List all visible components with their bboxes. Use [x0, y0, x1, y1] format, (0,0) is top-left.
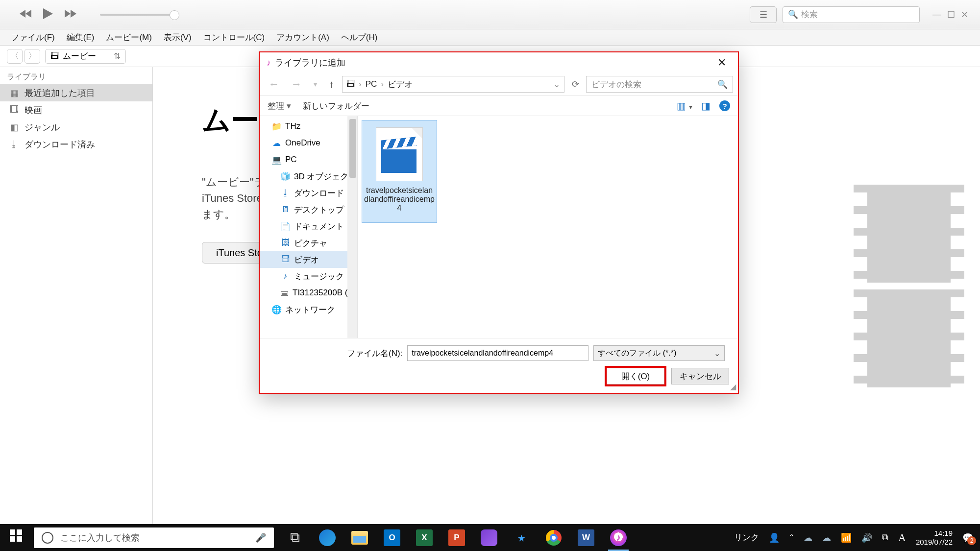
network-icon: 🌐 — [271, 305, 281, 315]
dialog-close-button[interactable]: ✕ — [712, 54, 731, 71]
new-folder-button[interactable]: 新しいフォルダー — [303, 100, 369, 112]
cloud-icon: ☁ — [271, 138, 281, 148]
tree-scrollbar[interactable] — [347, 116, 357, 338]
cancel-button[interactable]: キャンセル — [671, 368, 729, 384]
taskbar-itunes[interactable]: ♪ — [602, 524, 635, 551]
taskbar-vscode[interactable]: ⭑ — [505, 524, 538, 551]
nav-back-button[interactable]: ← — [265, 76, 283, 93]
resize-grip[interactable]: ◢ — [730, 382, 736, 391]
tree-item[interactable]: 📄ドキュメント — [260, 218, 357, 235]
filetype-filter-dropdown[interactable]: すべてのファイル (*.*)⌄ — [593, 345, 725, 361]
tree-item[interactable]: 🖥デスクトップ — [260, 201, 357, 218]
music-icon: ♪ — [280, 271, 290, 281]
tree-item[interactable]: 💻PC — [260, 151, 357, 168]
search-placeholder: 検索 — [801, 9, 818, 20]
taskbar-excel[interactable]: X — [408, 524, 441, 551]
sidebar-item-downloaded[interactable]: ⭳ダウンロード済み — [0, 136, 152, 153]
tree-item[interactable]: 📁THz — [260, 118, 357, 135]
tray-expand-icon[interactable]: ˄ — [789, 532, 794, 543]
task-view-button[interactable]: ⧉ — [279, 524, 311, 551]
nav-forward-button[interactable]: → — [287, 76, 306, 93]
open-button[interactable]: 開く(O) — [607, 368, 664, 384]
taskbar-word[interactable]: W — [570, 524, 602, 551]
wifi-icon[interactable]: 📶 — [841, 532, 852, 543]
taskbar-outlook[interactable]: O — [376, 524, 408, 551]
search-input[interactable]: 🔍 検索 — [783, 6, 920, 23]
tree-item[interactable]: 🌐ネットワーク — [260, 301, 357, 318]
menu-edit[interactable]: 編集(E) — [61, 32, 100, 43]
file-list[interactable]: travelpocketsicelandlandoffireandicemp4 — [358, 116, 738, 338]
taskbar-edge[interactable] — [311, 524, 343, 551]
action-center-button[interactable]: 💬2 — [962, 532, 973, 543]
chevron-updown-icon: ⇅ — [114, 51, 121, 61]
pc-icon: 💻 — [271, 155, 281, 165]
file-item-selected[interactable]: travelpocketsicelandlandoffireandicemp4 — [362, 120, 437, 223]
ime-indicator[interactable]: A — [898, 531, 906, 544]
refresh-button[interactable]: ⟳ — [568, 79, 582, 90]
list-view-button[interactable]: ☰ — [750, 6, 777, 23]
breadcrumb-video[interactable]: ビデオ — [388, 79, 413, 90]
taskbar-explorer[interactable] — [343, 524, 376, 551]
back-button[interactable]: 〈 — [7, 49, 23, 64]
tree-item[interactable]: 🎞ビデオ — [260, 251, 357, 268]
svg-rect-1 — [17, 529, 22, 535]
forward-button[interactable]: 〉 — [24, 49, 40, 64]
tree-item[interactable]: 🧊3D オブジェクト — [260, 168, 357, 185]
category-dropdown[interactable]: 🎞 ムービー ⇅ — [45, 49, 126, 64]
onedrive-tray-icon-2[interactable]: ☁ — [822, 532, 831, 543]
taskbar-chrome[interactable] — [538, 524, 570, 551]
minimize-button[interactable]: — — [932, 9, 941, 20]
menu-view[interactable]: 表示(V) — [158, 32, 197, 43]
pic-icon: 🖼 — [280, 238, 290, 248]
volume-slider[interactable] — [100, 14, 178, 16]
sidebar-item-recent[interactable]: ▦最近追加した項目 — [0, 84, 152, 101]
taskbar-link-label[interactable]: リンク — [734, 532, 759, 543]
tree-item[interactable]: ⭳ダウンロード — [260, 185, 357, 201]
dropbox-tray-icon[interactable]: ⧉ — [882, 532, 888, 543]
close-button[interactable]: ✕ — [961, 9, 968, 20]
menu-account[interactable]: アカウント(A) — [270, 32, 335, 43]
play-button[interactable] — [42, 7, 54, 22]
taskbar-search-placeholder: ここに入力して検索 — [60, 532, 140, 544]
tree-item[interactable]: 🖴TI31235200B (C:) — [260, 285, 357, 301]
filename-input[interactable] — [407, 345, 588, 361]
help-button[interactable]: ? — [719, 100, 730, 111]
taskbar-search-input[interactable]: ここに入力して検索 🎤 — [34, 527, 274, 548]
menu-control[interactable]: コントロール(C) — [197, 32, 271, 43]
address-bar[interactable]: 🎞 › PC › ビデオ ⌄ — [342, 76, 564, 93]
sidebar-item-genre[interactable]: ◧ジャンル — [0, 119, 152, 136]
preview-pane-button[interactable]: ◨ — [701, 100, 710, 112]
nav-up-button[interactable]: ↑ — [325, 76, 338, 93]
menu-movie[interactable]: ムービー(M) — [100, 32, 157, 43]
maximize-button[interactable]: ☐ — [947, 9, 955, 20]
chevron-down-icon[interactable]: ⌄ — [553, 79, 560, 90]
download-icon: ⭳ — [280, 188, 290, 198]
onedrive-tray-icon[interactable]: ☁ — [804, 532, 812, 543]
next-button[interactable] — [63, 9, 76, 21]
start-button[interactable] — [0, 529, 32, 546]
breadcrumb-pc[interactable]: PC — [366, 79, 377, 89]
video-folder-icon: 🎞 — [346, 79, 355, 89]
view-mode-button[interactable]: ▥ ▾ — [677, 100, 692, 112]
people-icon[interactable]: 👤 — [769, 532, 780, 543]
taskbar-clock[interactable]: 14:192019/07/22 — [916, 529, 953, 547]
menu-help[interactable]: ヘルプ(H) — [335, 32, 384, 43]
volume-icon[interactable]: 🔊 — [861, 532, 872, 543]
folder-tree[interactable]: 📁THz☁OneDrive💻PC🧊3D オブジェクト⭳ダウンロード🖥デスクトップ… — [260, 116, 358, 338]
dialog-search-input[interactable]: ビデオの検索 🔍 — [586, 76, 733, 93]
sidebar: ライブラリ ▦最近追加した項目 🎞映画 ◧ジャンル ⭳ダウンロード済み — [0, 67, 153, 530]
sidebar-item-movies[interactable]: 🎞映画 — [0, 101, 152, 119]
taskbar-powerpoint[interactable]: P — [441, 524, 473, 551]
sidebar-header: ライブラリ — [0, 70, 152, 84]
menu-file[interactable]: ファイル(F) — [5, 32, 61, 43]
nav-recent-button[interactable]: ▾ — [310, 78, 321, 90]
taskbar-app-purple[interactable] — [473, 524, 505, 551]
prev-button[interactable] — [20, 9, 33, 21]
open-file-dialog: ♪ライブラリに追加 ✕ ← → ▾ ↑ 🎞 › PC › ビデオ ⌄ ⟳ ビデオ… — [259, 51, 739, 394]
tree-item[interactable]: ☁OneDrive — [260, 135, 357, 151]
organize-button[interactable]: 整理 ▾ — [268, 100, 291, 112]
tree-item[interactable]: ♪ミュージック — [260, 268, 357, 285]
video-icon: 🎞 — [280, 255, 290, 264]
genre-icon: ◧ — [9, 122, 20, 133]
tree-item[interactable]: 🖼ピクチャ — [260, 235, 357, 251]
